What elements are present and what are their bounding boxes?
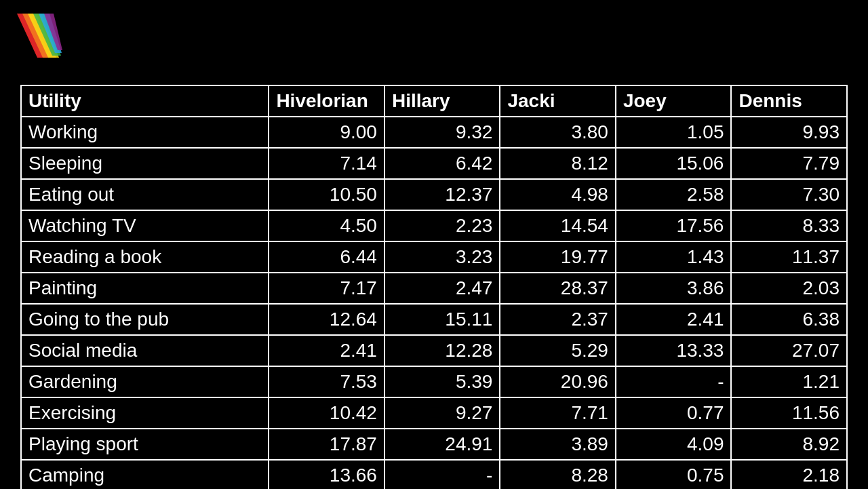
cell-2-3: 4.98 xyxy=(500,179,616,210)
cell-11-2: - xyxy=(384,460,500,489)
cell-10-1: 17.87 xyxy=(269,429,384,460)
cell-0-3: 3.80 xyxy=(500,117,616,148)
table-row: Watching TV4.502.2314.5417.568.33 xyxy=(21,210,847,241)
cell-1-1: 7.14 xyxy=(269,148,384,179)
cell-9-2: 9.27 xyxy=(384,397,500,429)
cell-2-0: Eating out xyxy=(21,179,269,210)
cell-6-2: 15.11 xyxy=(384,304,500,335)
table-row: Camping13.66-8.280.752.18 xyxy=(21,460,847,489)
cell-5-0: Painting xyxy=(21,273,269,304)
cell-10-5: 8.92 xyxy=(731,429,847,460)
cell-5-1: 7.17 xyxy=(269,273,384,304)
table-header-row: Utility Hivelorian Hillary Jacki Joey De… xyxy=(21,85,847,117)
cell-1-2: 6.42 xyxy=(384,148,500,179)
cell-4-5: 11.37 xyxy=(731,241,847,273)
cell-0-5: 9.93 xyxy=(731,117,847,148)
table-row: Painting7.172.4728.373.862.03 xyxy=(21,273,847,304)
cell-9-4: 0.77 xyxy=(616,397,732,429)
cell-11-0: Camping xyxy=(21,460,269,489)
cell-8-0: Gardening xyxy=(21,366,269,397)
table-row: Playing sport17.8724.913.894.098.92 xyxy=(21,429,847,460)
cell-7-0: Social media xyxy=(21,335,269,366)
cell-9-3: 7.71 xyxy=(500,397,616,429)
cell-6-4: 2.41 xyxy=(616,304,732,335)
header-hillary: Hillary xyxy=(384,85,500,117)
cell-4-4: 1.43 xyxy=(616,241,732,273)
cell-1-0: Sleeping xyxy=(21,148,269,179)
cell-6-1: 12.64 xyxy=(269,304,384,335)
logo xyxy=(10,7,71,75)
cell-7-1: 2.41 xyxy=(269,335,384,366)
cell-9-1: 10.42 xyxy=(269,397,384,429)
cell-10-0: Playing sport xyxy=(21,429,269,460)
header-dennis: Dennis xyxy=(731,85,847,117)
cell-5-2: 2.47 xyxy=(384,273,500,304)
cell-8-5: 1.21 xyxy=(731,366,847,397)
table-row: Reading a book6.443.2319.771.4311.37 xyxy=(21,241,847,273)
cell-11-5: 2.18 xyxy=(731,460,847,489)
cell-0-0: Working xyxy=(21,117,269,148)
cell-11-3: 8.28 xyxy=(500,460,616,489)
cell-2-5: 7.30 xyxy=(731,179,847,210)
header-jacki: Jacki xyxy=(500,85,616,117)
cell-10-4: 4.09 xyxy=(616,429,732,460)
cell-4-3: 19.77 xyxy=(500,241,616,273)
cell-7-5: 27.07 xyxy=(731,335,847,366)
cell-6-5: 6.38 xyxy=(731,304,847,335)
cell-6-0: Going to the pub xyxy=(21,304,269,335)
data-table: Utility Hivelorian Hillary Jacki Joey De… xyxy=(20,85,848,489)
table-row: Sleeping7.146.428.1215.067.79 xyxy=(21,148,847,179)
cell-8-1: 7.53 xyxy=(269,366,384,397)
cell-0-1: 9.00 xyxy=(269,117,384,148)
cell-9-0: Exercising xyxy=(21,397,269,429)
cell-3-2: 2.23 xyxy=(384,210,500,241)
cell-10-3: 3.89 xyxy=(500,429,616,460)
cell-3-4: 17.56 xyxy=(616,210,732,241)
cell-0-2: 9.32 xyxy=(384,117,500,148)
cell-5-3: 28.37 xyxy=(500,273,616,304)
cell-0-4: 1.05 xyxy=(616,117,732,148)
cell-1-3: 8.12 xyxy=(500,148,616,179)
cell-3-1: 4.50 xyxy=(269,210,384,241)
cell-6-3: 2.37 xyxy=(500,304,616,335)
cell-2-2: 12.37 xyxy=(384,179,500,210)
cell-11-1: 13.66 xyxy=(269,460,384,489)
cell-8-2: 5.39 xyxy=(384,366,500,397)
cell-2-1: 10.50 xyxy=(269,179,384,210)
cell-10-2: 24.91 xyxy=(384,429,500,460)
header-joey: Joey xyxy=(616,85,732,117)
header-utility: Utility xyxy=(21,85,269,117)
header-hivelorian: Hivelorian xyxy=(269,85,384,117)
cell-7-3: 5.29 xyxy=(500,335,616,366)
cell-3-3: 14.54 xyxy=(500,210,616,241)
cell-7-2: 12.28 xyxy=(384,335,500,366)
cell-4-1: 6.44 xyxy=(269,241,384,273)
logo-icon xyxy=(10,7,71,68)
cell-3-5: 8.33 xyxy=(731,210,847,241)
table-row: Exercising10.429.277.710.7711.56 xyxy=(21,397,847,429)
cell-9-5: 11.56 xyxy=(731,397,847,429)
cell-8-3: 20.96 xyxy=(500,366,616,397)
cell-4-2: 3.23 xyxy=(384,241,500,273)
cell-8-4: - xyxy=(616,366,732,397)
cell-5-5: 2.03 xyxy=(731,273,847,304)
cell-11-4: 0.75 xyxy=(616,460,732,489)
cell-2-4: 2.58 xyxy=(616,179,732,210)
table-row: Social media2.4112.285.2913.3327.07 xyxy=(21,335,847,366)
cell-1-4: 15.06 xyxy=(616,148,732,179)
cell-7-4: 13.33 xyxy=(616,335,732,366)
cell-3-0: Watching TV xyxy=(21,210,269,241)
table-row: Going to the pub12.6415.112.372.416.38 xyxy=(21,304,847,335)
table-row: Eating out10.5012.374.982.587.30 xyxy=(21,179,847,210)
table-row: Working9.009.323.801.059.93 xyxy=(21,117,847,148)
cell-1-5: 7.79 xyxy=(731,148,847,179)
cell-4-0: Reading a book xyxy=(21,241,269,273)
table-row: Gardening7.535.3920.96-1.21 xyxy=(21,366,847,397)
cell-5-4: 3.86 xyxy=(616,273,732,304)
